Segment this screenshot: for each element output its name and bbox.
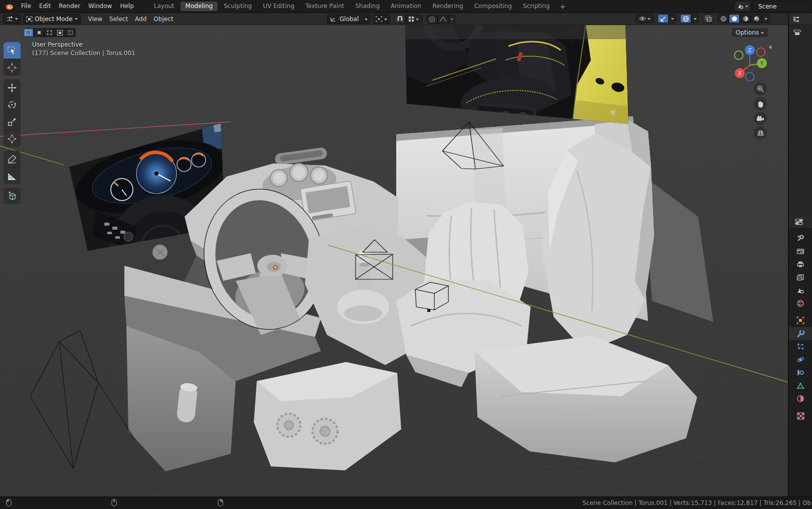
- props-tab-material[interactable]: [789, 392, 812, 405]
- select-mode-intersect[interactable]: [65, 28, 76, 37]
- props-tab-particles[interactable]: [789, 340, 812, 353]
- tool-scale[interactable]: [4, 113, 21, 130]
- menu-help[interactable]: Help: [116, 0, 137, 13]
- scene-3d[interactable]: [0, 25, 788, 496]
- properties-header[interactable]: [789, 216, 812, 229]
- object-data-icon: [796, 382, 804, 390]
- overlays-toggle[interactable]: [680, 14, 691, 23]
- blender-logo-icon[interactable]: [4, 3, 14, 11]
- props-tab-constraints[interactable]: [789, 366, 812, 379]
- falloff-dropdown[interactable]: [448, 15, 455, 24]
- object-origin-dot: [273, 265, 277, 269]
- falloff-curve-button[interactable]: [437, 15, 448, 24]
- menu-render[interactable]: Render: [55, 0, 84, 13]
- add-workspace-button[interactable]: +: [556, 3, 570, 11]
- props-tab-world[interactable]: [789, 297, 812, 310]
- tool-measure[interactable]: [4, 167, 21, 184]
- tab-shading[interactable]: Shading: [350, 2, 385, 11]
- shading-dropdown[interactable]: [762, 14, 770, 23]
- menu-select[interactable]: Select: [106, 16, 131, 23]
- props-tab-render[interactable]: [789, 245, 812, 258]
- props-tab-texture[interactable]: [789, 409, 812, 422]
- snap-toggle[interactable]: [394, 15, 405, 24]
- scene-browse-button[interactable]: [734, 1, 751, 12]
- tab-layout[interactable]: Layout: [149, 2, 180, 11]
- tab-texture-paint[interactable]: Texture Paint: [300, 2, 349, 11]
- select-mode-set[interactable]: [23, 28, 34, 37]
- tab-modeling[interactable]: Modeling: [181, 2, 218, 11]
- tool-transform[interactable]: [4, 130, 21, 147]
- overlays-dropdown[interactable]: [691, 14, 699, 23]
- transform-orientation-button[interactable]: Global: [327, 14, 371, 24]
- zoom-button[interactable]: [754, 82, 767, 95]
- gizmos-dropdown[interactable]: [669, 14, 676, 23]
- options-dropdown[interactable]: Options: [732, 28, 768, 37]
- tool-move[interactable]: [4, 79, 21, 96]
- viewport-info-text: User Perspective (177) Scene Collection …: [32, 41, 135, 58]
- props-tab-output[interactable]: [789, 258, 812, 271]
- props-tab-object[interactable]: [789, 314, 812, 327]
- tab-animation[interactable]: Animation: [386, 2, 426, 11]
- props-tab-view-layer[interactable]: [789, 271, 812, 284]
- select-mode-extend[interactable]: [34, 28, 44, 37]
- active-object-label: (177) Scene Collection | Torus.001: [32, 49, 135, 58]
- navigation-gizmo[interactable]: Z X Y: [733, 44, 768, 81]
- camera-view-button[interactable]: [754, 112, 767, 125]
- chevron-down-icon: [15, 18, 18, 22]
- props-tab-physics[interactable]: [789, 353, 812, 366]
- tool-cursor[interactable]: [4, 59, 21, 76]
- select-mode-invert[interactable]: [55, 28, 65, 37]
- view-layer-icon: [796, 274, 804, 281]
- tab-compositing[interactable]: Compositing: [469, 2, 517, 11]
- outliner-header[interactable]: [789, 13, 812, 25]
- xray-toggle[interactable]: [703, 14, 714, 23]
- chevron-down-icon: [384, 19, 387, 22]
- menu-file[interactable]: File: [17, 0, 35, 13]
- props-tab-scene[interactable]: [789, 284, 812, 297]
- props-tab-object-data[interactable]: [789, 379, 812, 392]
- axis-neg-z-handle[interactable]: [746, 73, 754, 81]
- properties-icon: [795, 218, 803, 226]
- proportional-edit-toggle[interactable]: [426, 15, 437, 24]
- props-tab-modifiers[interactable]: [789, 327, 812, 340]
- proportional-edit-icon: [429, 16, 435, 23]
- shading-solid-button[interactable]: [729, 14, 740, 23]
- mode-selector[interactable]: Object Mode: [23, 14, 81, 24]
- select-mode-subtract[interactable]: [44, 28, 55, 37]
- outliner-editor: [789, 13, 812, 216]
- snap-settings-button[interactable]: [405, 15, 422, 24]
- axis-neg-x-handle[interactable]: [757, 48, 765, 57]
- tab-scripting[interactable]: Scripting: [518, 2, 555, 11]
- tool-select-box[interactable]: [4, 42, 21, 59]
- menu-window[interactable]: Window: [84, 0, 116, 13]
- shading-mode-buttons: [718, 14, 770, 23]
- pivot-point-button[interactable]: [373, 14, 390, 24]
- tool-annotate[interactable]: [4, 150, 21, 167]
- shading-rendered-button[interactable]: [751, 14, 762, 23]
- menu-view[interactable]: View: [85, 16, 106, 23]
- shading-material-button[interactable]: [740, 14, 751, 23]
- shading-wireframe-button[interactable]: [718, 14, 729, 23]
- scene-statistics: Scene Collection | Torus.001 | Verts:15,…: [583, 499, 811, 506]
- tool-rotate[interactable]: [4, 96, 21, 113]
- props-tab-tool[interactable]: [789, 232, 812, 245]
- editor-type-button[interactable]: [3, 14, 21, 24]
- axis-neg-y-handle[interactable]: [735, 51, 743, 60]
- tab-uv-editing[interactable]: UV Editing: [258, 2, 299, 11]
- menu-add[interactable]: Add: [131, 16, 150, 23]
- right-click-icon: [218, 499, 223, 508]
- tab-rendering[interactable]: Rendering: [427, 2, 468, 11]
- pan-button[interactable]: [754, 97, 767, 110]
- scene-name-field[interactable]: Scene: [753, 1, 812, 12]
- tab-sculpting[interactable]: Sculpting: [219, 2, 257, 11]
- tool-shelf: [4, 42, 21, 204]
- viewport-canvas[interactable]: User Perspective (177) Scene Collection …: [0, 25, 788, 496]
- outliner-row[interactable]: [789, 25, 812, 38]
- menu-object[interactable]: Object: [150, 16, 177, 23]
- menu-edit[interactable]: Edit: [35, 0, 55, 13]
- proportional-edit-controls: [426, 15, 455, 24]
- tool-add-cube[interactable]: [4, 188, 21, 204]
- ortho-toggle-button[interactable]: [754, 126, 767, 139]
- visibility-button[interactable]: [635, 14, 654, 23]
- gizmos-toggle[interactable]: [658, 14, 669, 23]
